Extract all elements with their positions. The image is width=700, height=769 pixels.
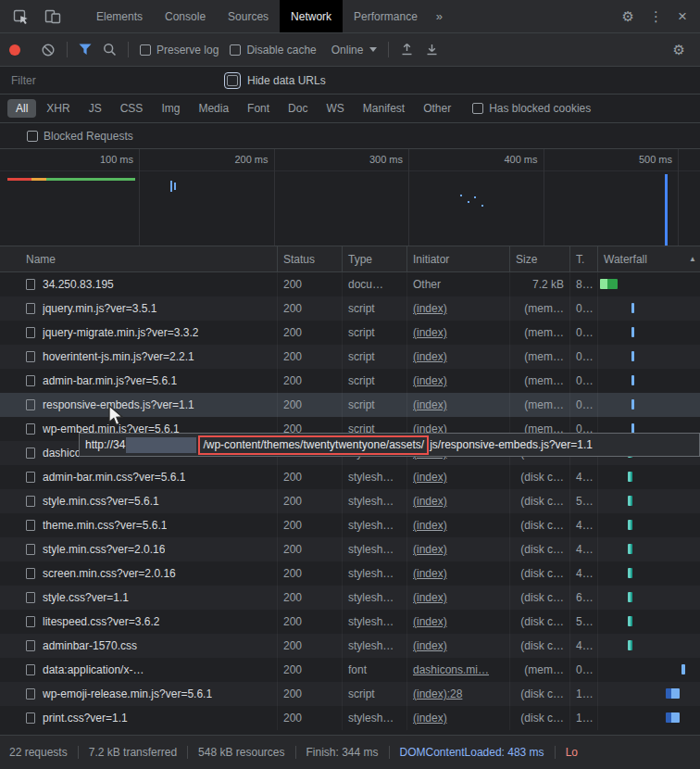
filter-chip-doc[interactable]: Doc bbox=[280, 99, 316, 118]
filter-chip-all[interactable]: All bbox=[7, 99, 36, 118]
tab-elements[interactable]: Elements bbox=[85, 0, 154, 32]
table-row[interactable]: 34.250.83.195 200 docu… Other 7.2 kB 8… bbox=[0, 272, 700, 296]
request-name[interactable]: admin-bar.min.js?ver=5.6.1 bbox=[0, 369, 278, 393]
column-header-name[interactable]: Name bbox=[0, 246, 278, 271]
filter-input[interactable] bbox=[11, 74, 207, 87]
request-name[interactable]: hoverintent-js.min.js?ver=2.2.1 bbox=[0, 345, 278, 369]
device-toolbar-icon[interactable] bbox=[37, 0, 69, 32]
request-name[interactable]: responsive-embeds.js?ver=1.1 bbox=[0, 393, 278, 417]
request-waterfall[interactable] bbox=[598, 321, 700, 345]
tab-sources[interactable]: Sources bbox=[217, 0, 280, 32]
table-row[interactable]: admin-bar.min.css?ver=5.6.1 200 stylesh…… bbox=[0, 465, 700, 489]
filter-chip-css[interactable]: CSS bbox=[112, 99, 152, 118]
request-waterfall[interactable] bbox=[598, 586, 700, 610]
close-icon[interactable]: × bbox=[672, 7, 693, 26]
request-initiator[interactable]: (index) bbox=[407, 634, 510, 658]
filter-chip-other[interactable]: Other bbox=[415, 99, 459, 118]
request-name[interactable]: style.min.css?ver=2.0.16 bbox=[0, 537, 278, 561]
table-row[interactable]: adminbar-1570.css 200 stylesh… (index) (… bbox=[0, 634, 700, 658]
request-initiator[interactable]: (index) bbox=[407, 537, 510, 561]
request-name[interactable]: style.min.css?ver=5.6.1 bbox=[0, 489, 278, 513]
request-initiator[interactable]: (index) bbox=[407, 369, 510, 393]
table-row[interactable]: data:application/x-… 200 font dashicons.… bbox=[0, 658, 700, 682]
request-initiator[interactable]: Other bbox=[407, 272, 510, 296]
request-waterfall[interactable] bbox=[598, 537, 700, 561]
request-initiator[interactable]: (index) bbox=[407, 345, 510, 369]
request-initiator[interactable]: (index) bbox=[407, 465, 510, 489]
request-waterfall[interactable] bbox=[598, 345, 700, 369]
request-initiator[interactable]: (index) bbox=[407, 513, 510, 537]
table-row[interactable]: print.css?ver=1.1 200 stylesh… (index) (… bbox=[0, 706, 700, 730]
tab-performance[interactable]: Performance bbox=[343, 0, 429, 32]
request-name[interactable]: litespeed.css?ver=3.6.2 bbox=[0, 610, 278, 634]
request-waterfall[interactable] bbox=[598, 489, 700, 513]
filter-funnel-icon[interactable] bbox=[79, 44, 92, 56]
request-name[interactable]: admin-bar.min.css?ver=5.6.1 bbox=[0, 465, 278, 489]
column-header-time[interactable]: T. bbox=[570, 246, 598, 271]
table-row[interactable]: admin-bar.min.js?ver=5.6.1 200 script (i… bbox=[0, 369, 700, 393]
overview-pane[interactable]: 100 ms200 ms300 ms400 ms500 ms bbox=[0, 149, 700, 246]
blocked-requests-checkbox[interactable]: Blocked Requests bbox=[27, 130, 133, 143]
table-row[interactable]: screen.min.css?ver=2.0.16 200 stylesh… (… bbox=[0, 561, 700, 586]
inspect-icon[interactable] bbox=[6, 0, 37, 32]
column-header-status[interactable]: Status bbox=[278, 246, 343, 271]
filter-chip-xhr[interactable]: XHR bbox=[38, 99, 78, 118]
request-name[interactable]: theme.min.css?ver=5.6.1 bbox=[0, 513, 278, 537]
request-initiator[interactable]: (index) bbox=[407, 321, 510, 345]
table-row[interactable]: jquery-migrate.min.js?ver=3.3.2 200 scri… bbox=[0, 321, 700, 345]
request-name[interactable]: 34.250.83.195 bbox=[0, 272, 278, 296]
table-row[interactable]: litespeed.css?ver=3.6.2 200 stylesh… (in… bbox=[0, 610, 700, 634]
filter-chip-manifest[interactable]: Manifest bbox=[355, 99, 413, 118]
request-name[interactable]: data:application/x-… bbox=[0, 658, 278, 682]
request-name[interactable]: adminbar-1570.css bbox=[0, 634, 278, 658]
clear-button[interactable] bbox=[41, 43, 56, 57]
request-name[interactable]: screen.min.css?ver=2.0.16 bbox=[0, 561, 278, 586]
request-initiator[interactable]: (index) bbox=[407, 561, 510, 586]
filter-chip-font[interactable]: Font bbox=[239, 99, 278, 118]
request-name[interactable]: jquery-migrate.min.js?ver=3.3.2 bbox=[0, 321, 278, 345]
request-initiator[interactable]: (index) bbox=[407, 610, 510, 634]
column-header-size[interactable]: Size bbox=[510, 246, 570, 271]
table-row[interactable]: hoverintent-js.min.js?ver=2.2.1 200 scri… bbox=[0, 345, 700, 369]
request-waterfall[interactable] bbox=[598, 465, 700, 489]
request-initiator[interactable]: dashicons.mi… bbox=[407, 658, 510, 682]
request-name[interactable]: print.css?ver=1.1 bbox=[0, 706, 278, 730]
table-row[interactable]: style.min.css?ver=2.0.16 200 stylesh… (i… bbox=[0, 537, 700, 561]
table-row[interactable]: wp-emoji-release.min.js?ver=5.6.1 200 sc… bbox=[0, 682, 700, 706]
preserve-log-checkbox[interactable]: Preserve log bbox=[140, 44, 219, 57]
request-waterfall[interactable] bbox=[598, 513, 700, 537]
settings-gear-icon[interactable]: ⚙ bbox=[617, 8, 640, 25]
request-waterfall[interactable] bbox=[598, 634, 700, 658]
table-row[interactable]: style.css?ver=1.1 200 stylesh… (index) (… bbox=[0, 586, 700, 610]
request-initiator[interactable]: (index) bbox=[407, 393, 510, 417]
filter-chip-js[interactable]: JS bbox=[81, 99, 110, 118]
record-button[interactable] bbox=[9, 44, 20, 56]
request-initiator[interactable]: (index) bbox=[407, 586, 510, 610]
request-initiator[interactable]: (index):28 bbox=[407, 682, 510, 706]
search-icon[interactable] bbox=[103, 43, 117, 57]
filter-chip-ws[interactable]: WS bbox=[318, 99, 352, 118]
request-name[interactable]: jquery.min.js?ver=3.5.1 bbox=[0, 296, 278, 321]
request-waterfall[interactable] bbox=[598, 682, 700, 706]
table-row[interactable]: responsive-embeds.js?ver=1.1 200 script … bbox=[0, 393, 700, 417]
request-initiator[interactable]: (index) bbox=[407, 489, 510, 513]
hide-data-urls-checkbox[interactable] bbox=[224, 72, 241, 89]
request-waterfall[interactable] bbox=[598, 272, 700, 296]
export-har-icon[interactable] bbox=[425, 43, 439, 57]
request-waterfall[interactable] bbox=[598, 658, 700, 682]
throttling-select[interactable]: Online bbox=[331, 44, 378, 57]
kebab-menu-icon[interactable]: ⋮ bbox=[644, 8, 669, 25]
column-header-type[interactable]: Type bbox=[343, 246, 407, 271]
disable-cache-checkbox[interactable]: Disable cache bbox=[230, 44, 316, 57]
network-settings-gear-icon[interactable]: ⚙ bbox=[668, 42, 691, 58]
request-initiator[interactable]: (index) bbox=[407, 296, 510, 321]
request-waterfall[interactable] bbox=[598, 610, 700, 634]
request-name[interactable]: wp-emoji-release.min.js?ver=5.6.1 bbox=[0, 682, 278, 706]
more-tabs-icon[interactable]: » bbox=[429, 0, 450, 32]
tab-console[interactable]: Console bbox=[154, 0, 217, 32]
import-har-icon[interactable] bbox=[400, 43, 414, 57]
column-header-initiator[interactable]: Initiator bbox=[407, 246, 510, 271]
table-row[interactable]: theme.min.css?ver=5.6.1 200 stylesh… (in… bbox=[0, 513, 700, 537]
table-row[interactable]: jquery.min.js?ver=3.5.1 200 script (inde… bbox=[0, 296, 700, 321]
filter-chip-img[interactable]: Img bbox=[153, 99, 188, 118]
